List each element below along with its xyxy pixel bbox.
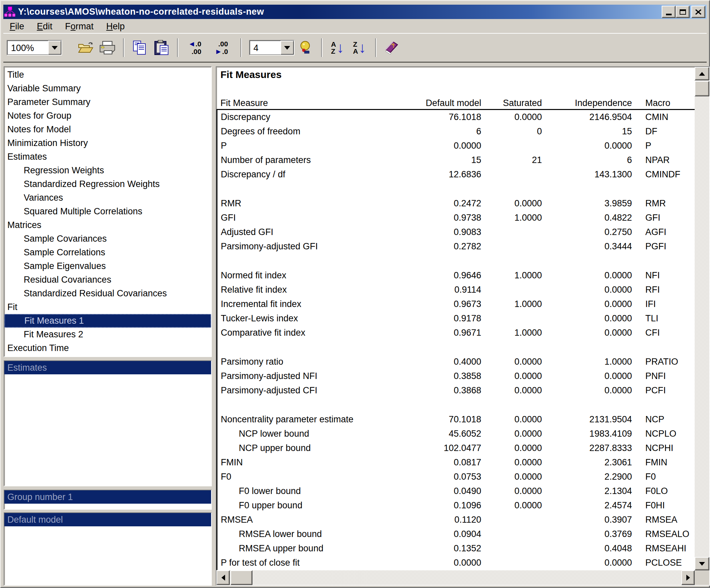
vertical-scroll-thumb[interactable] <box>695 81 709 96</box>
tree-item-standardized-regression-weights[interactable]: Standardized Regression Weights <box>4 177 211 191</box>
cell-default-model: 0.3868 <box>406 383 481 398</box>
decimals-dropdown-button[interactable] <box>281 41 294 55</box>
tree-item-regression-weights[interactable]: Regression Weights <box>4 164 211 177</box>
print-button[interactable] <box>98 38 117 57</box>
cell-measure: NCP upper bound <box>217 441 406 455</box>
cell-saturated: 0.0000 <box>481 110 542 124</box>
cell-independence: 2.1304 <box>542 484 632 498</box>
arrow-up-icon <box>699 72 705 76</box>
cell-measure: Adjusted GFI <box>217 225 406 239</box>
copy-button[interactable] <box>130 38 149 57</box>
menu-item-edit[interactable]: Edit <box>31 20 59 32</box>
toolbar-separator <box>321 38 322 57</box>
tree-item-execution-time[interactable]: Execution Time <box>4 341 211 355</box>
zoom-dropdown-button[interactable] <box>48 41 61 55</box>
cell-default-model: 0.0000 <box>406 556 481 570</box>
cell-independence: 0.0000 <box>542 383 632 398</box>
group-panel: Group number 1 <box>4 490 212 510</box>
cell-independence: 1983.4109 <box>542 427 632 441</box>
sort-ascending-button[interactable]: AZ ↓ <box>328 38 347 57</box>
cell-measure: Parsimony-adjusted CFI <box>217 383 406 398</box>
minimize-button[interactable] <box>662 6 676 18</box>
table-row: Relative fit index0.91140.0000RFI <box>217 283 695 297</box>
tree-item-fit-measures-2[interactable]: Fit Measures 2 <box>4 328 211 341</box>
title-bar[interactable]: Y:\courses\AMOS\wheaton-no-correlated-re… <box>3 5 707 19</box>
menu-item-file[interactable]: File <box>3 20 31 32</box>
cell-saturated: 1.0000 <box>481 268 542 283</box>
tree-item-fit[interactable]: Fit <box>4 300 211 314</box>
decrease-decimal-button[interactable]: ◄.0 .00 <box>184 38 208 57</box>
scroll-up-button[interactable] <box>695 67 709 80</box>
cell-macro: CMIN <box>632 110 695 124</box>
tree-item-standardized-residual-covariances[interactable]: Standardized Residual Covariances <box>4 287 211 300</box>
cell-default-model: 0.9178 <box>406 311 481 326</box>
open-button[interactable] <box>76 38 95 57</box>
toolbar: 100% <box>3 33 707 63</box>
tree-item-notes-for-group[interactable]: Notes for Group <box>4 109 211 123</box>
table-row: Parsimony ratio0.40000.00001.0000PRATIO <box>217 355 695 369</box>
menu-item-help[interactable]: Help <box>100 20 132 32</box>
estimates-list-item[interactable]: Estimates <box>4 361 211 374</box>
sort-ascending-icon: AZ <box>331 41 336 55</box>
cell-default-model: 0.9673 <box>406 297 481 311</box>
paste-button[interactable] <box>152 38 171 57</box>
table-row: Parsimony-adjusted GFI0.27820.3444PGFI <box>217 239 695 254</box>
help-book-icon: ? <box>383 40 400 55</box>
cell-macro: NCPLO <box>632 427 695 441</box>
tree-item-title[interactable]: Title <box>4 68 211 82</box>
cell-independence: 6 <box>542 153 632 167</box>
tree-item-sample-correlations[interactable]: Sample Correlations <box>4 246 211 259</box>
table-row: RMSEA0.11200.3907RMSEA <box>217 513 695 527</box>
cell-measure: NCP lower bound <box>217 427 406 441</box>
scroll-left-button[interactable] <box>216 570 230 585</box>
options-button[interactable] <box>296 38 315 57</box>
cell-independence: 143.1300 <box>542 167 632 182</box>
tree-item-variable-summary[interactable]: Variable Summary <box>4 82 211 95</box>
increase-decimal-button[interactable]: .00 ►.0 <box>211 38 234 57</box>
tree-item-residual-covariances[interactable]: Residual Covariances <box>4 273 211 287</box>
model-list-item[interactable]: Default model <box>4 513 211 526</box>
tree-item-matrices[interactable]: Matrices <box>4 218 211 232</box>
toolbar-separator <box>375 38 376 57</box>
tree-item-notes-for-model[interactable]: Notes for Model <box>4 123 211 136</box>
cell-default-model: 102.0477 <box>406 441 481 455</box>
table-row: Incremental fit index0.96731.00000.0000I… <box>217 297 695 311</box>
group-list-item[interactable]: Group number 1 <box>4 490 211 504</box>
column-fit-measure: Fit Measure <box>216 98 406 108</box>
scroll-down-button[interactable] <box>695 557 709 570</box>
close-icon <box>695 9 702 15</box>
cell-macro: AGFI <box>632 225 695 239</box>
vertical-scrollbar[interactable] <box>695 67 709 585</box>
cell-saturated <box>481 541 542 556</box>
decimals-combobox[interactable]: 4 <box>249 40 294 55</box>
tree-item-squared-multiple-correlations[interactable]: Squared Multiple Correlations <box>4 205 211 218</box>
toolbar-separator <box>177 38 178 57</box>
cell-macro: RMSEA <box>632 513 695 527</box>
arrow-right-icon <box>686 575 690 581</box>
scroll-right-button[interactable] <box>681 570 695 585</box>
cell-measure: FMIN <box>217 455 406 470</box>
menu-item-format[interactable]: Format <box>59 20 100 32</box>
tree-item-sample-eigenvalues[interactable]: Sample Eigenvalues <box>4 259 211 273</box>
table-row: GFI0.97381.00000.4822GFI <box>217 211 695 225</box>
cell-macro: PGFI <box>632 239 695 254</box>
cell-macro: NFI <box>632 268 695 283</box>
horizontal-scroll-thumb[interactable] <box>231 570 253 585</box>
cell-independence: 2.2900 <box>542 470 632 484</box>
zoom-combobox[interactable]: 100% <box>7 40 62 55</box>
cell-independence: 0.4048 <box>542 541 632 556</box>
tree-item-parameter-summary[interactable]: Parameter Summary <box>4 95 211 109</box>
cell-default-model: 70.1018 <box>406 412 481 427</box>
tree-item-estimates[interactable]: Estimates <box>4 150 211 164</box>
help-button[interactable]: ? <box>382 38 401 57</box>
sort-descending-button[interactable]: ZA ↓ <box>350 38 369 57</box>
tree-item-variances[interactable]: Variances <box>4 191 211 205</box>
cell-saturated: 0.0000 <box>481 369 542 383</box>
tree-item-sample-covariances[interactable]: Sample Covariances <box>4 232 211 246</box>
tree-item-fit-measures-1[interactable]: Fit Measures 1 <box>4 314 211 328</box>
column-independence: Independence <box>542 98 632 108</box>
horizontal-scrollbar[interactable] <box>216 570 695 585</box>
tree-item-minimization-history[interactable]: Minimization History <box>4 136 211 150</box>
maximize-button[interactable] <box>676 6 690 18</box>
close-button[interactable] <box>691 6 705 18</box>
